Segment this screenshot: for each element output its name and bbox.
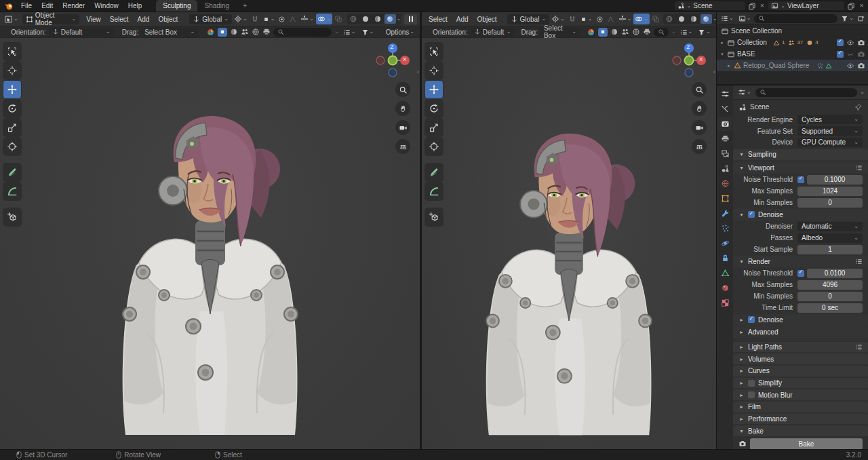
viewport-max-samples-field[interactable]: 1024 (797, 187, 863, 196)
menu-object[interactable]: Object (154, 16, 182, 23)
tab-object-data[interactable] (717, 266, 732, 280)
filter-list-dropdown[interactable]: ⌄ (679, 26, 694, 37)
annotate-tool[interactable] (3, 164, 21, 181)
tool-search-input[interactable] (273, 28, 332, 37)
tab-scene[interactable] (717, 161, 732, 176)
panel-performance[interactable]: ▸Performance (733, 414, 868, 425)
show-gizmo-dropdown[interactable]: ⌄ (617, 14, 633, 24)
chevron-down-icon[interactable]: ⌄ (860, 90, 865, 95)
shading-wireframe-button[interactable] (664, 14, 675, 24)
render-denoise-checkbox[interactable] (748, 316, 755, 323)
panel-bake[interactable]: ▾Bake (733, 425, 868, 436)
menu-window[interactable]: Window (90, 0, 123, 12)
workspace-tab-shading[interactable]: Shading (197, 0, 236, 12)
mode-dropdown[interactable]: Object Mode⌄ (22, 14, 80, 24)
proportional-falloff-dropdown[interactable] (288, 14, 298, 24)
device-dropdown[interactable]: GPU Compute⌄ (797, 138, 863, 147)
workspace-tab-sculpting[interactable]: Sculpting (156, 0, 197, 12)
shading-rendered-button[interactable] (384, 14, 396, 24)
proportional-editing-toggle[interactable] (277, 14, 287, 24)
panel-light-paths[interactable]: ▸Light Paths (733, 342, 868, 353)
pivot-point-dropdown[interactable]: ⌄ (550, 14, 566, 24)
scale-tool[interactable] (3, 119, 21, 136)
snap-settings-dropdown[interactable]: ⌄ (578, 14, 594, 24)
render-max-samples-field[interactable]: 4096 (797, 280, 863, 290)
feature-set-dropdown[interactable]: Supported⌄ (797, 126, 863, 136)
proportional-editing-toggle[interactable] (595, 14, 605, 24)
screen-filter-toggle[interactable] (598, 28, 608, 37)
viewlayer-selector[interactable]: ⌄ ViewLayer (768, 1, 844, 10)
move-tool[interactable] (3, 81, 21, 98)
outliner-filter-type-dropdown[interactable]: ⌄ (737, 13, 753, 24)
transform-orientation-dropdown[interactable]: Global⌄ (507, 14, 550, 24)
panel-sampling[interactable]: ▾Sampling (733, 149, 868, 160)
shading-dropdown[interactable]: ⌄ (713, 16, 716, 22)
show-overlays-dropdown[interactable]: ⌄ (633, 14, 650, 24)
pause-render-button[interactable] (404, 14, 417, 24)
menu-file[interactable]: File (16, 0, 37, 12)
bake-button[interactable]: Bake (750, 438, 863, 450)
filter-funnel-dropdown[interactable]: ⌄ (696, 26, 712, 37)
viewport-noise-threshold-checkbox[interactable] (797, 176, 804, 183)
measure-tool[interactable] (3, 183, 21, 200)
tab-particles[interactable] (717, 221, 732, 235)
preset-menu-icon[interactable] (855, 343, 863, 351)
preset-menu-icon[interactable] (855, 258, 863, 265)
shading-wireframe-button[interactable] (348, 14, 359, 24)
tab-material[interactable] (717, 281, 732, 295)
passes-dropdown[interactable]: Albedo⌄ (797, 233, 863, 243)
expand-arrow-icon[interactable]: ▸ (719, 40, 725, 45)
panel-render-denoise[interactable]: ▸Denoise (733, 314, 868, 326)
outliner-row-retopo-quad-sphere[interactable]: ▸ Retopo_Quad Sphere (717, 60, 868, 71)
color-ball-icon[interactable] (587, 28, 595, 37)
perspective-toggle-button[interactable] (395, 139, 410, 154)
viewport-right-canvas[interactable]: Z X ‹ (422, 37, 716, 450)
viewport-noise-threshold-field[interactable]: 0.1000 (807, 175, 863, 185)
denoiser-dropdown[interactable]: Automatic⌄ (797, 222, 863, 231)
tab-tool[interactable] (717, 102, 732, 116)
menu-add[interactable]: Add (134, 16, 154, 23)
preset-menu-icon[interactable] (855, 164, 863, 172)
snap-settings-dropdown[interactable]: ⌄ (261, 14, 277, 24)
shading-material-button[interactable] (372, 14, 384, 24)
render-engine-dropdown[interactable]: Cycles⌄ (797, 115, 863, 124)
blender-logo-icon[interactable] (0, 0, 16, 12)
viewport-denoise-checkbox[interactable] (748, 211, 755, 218)
outliner-row-collection[interactable]: ▸ Collection 1 37 4 (717, 37, 868, 48)
snap-toggle[interactable] (250, 14, 260, 24)
eye-icon[interactable] (846, 62, 854, 70)
menu-select[interactable]: Select (425, 16, 452, 23)
camera-visibility-icon[interactable] (857, 62, 865, 70)
viewport-min-samples-field[interactable]: 0 (797, 198, 863, 208)
menu-object[interactable]: Object (473, 16, 501, 23)
collapse-arrow-icon[interactable]: ▾ (719, 52, 725, 57)
camera-view-button[interactable] (395, 120, 410, 135)
tab-output[interactable] (717, 132, 732, 146)
shading-material-button[interactable] (688, 14, 700, 24)
tab-render[interactable] (717, 117, 732, 131)
copy-scene-button[interactable] (748, 2, 756, 10)
sphere-filter-icon[interactable] (230, 28, 238, 36)
close-icon[interactable]: ✕ (759, 3, 766, 9)
zoom-button[interactable] (692, 82, 707, 97)
tab-constraints[interactable] (717, 251, 732, 265)
menu-select[interactable]: Select (106, 16, 133, 23)
panel-film[interactable]: ▸Film (733, 402, 868, 413)
transform-tool[interactable] (3, 138, 21, 155)
simplify-checkbox[interactable] (748, 380, 755, 387)
render-noise-threshold-checkbox[interactable] (797, 270, 804, 277)
camera-visibility-icon[interactable] (857, 50, 865, 58)
printer-filter-icon[interactable] (262, 28, 271, 36)
viewport-left[interactable]: ⌄ Object Mode⌄ View Select Add Object Gl… (0, 12, 420, 450)
add-cube-tool[interactable] (3, 208, 21, 226)
outliner-filter-dropdown[interactable]: ⌄ (840, 13, 855, 24)
viewport-right[interactable]: Select Add Object Global⌄ ⌄ ⌄ ⌄ ⌄ (422, 12, 716, 450)
xray-toggle[interactable] (333, 14, 344, 24)
panel-volumes[interactable]: ▸Volumes (733, 353, 868, 364)
pan-button[interactable] (692, 101, 707, 116)
panel-simplify[interactable]: ▸Simplify (733, 378, 868, 389)
panel-viewport-denoise[interactable]: ▾Denoise (733, 209, 868, 221)
shading-rendered-button[interactable] (701, 14, 712, 24)
move-tool[interactable] (425, 81, 443, 98)
expand-arrow-icon[interactable]: ▸ (726, 63, 732, 69)
